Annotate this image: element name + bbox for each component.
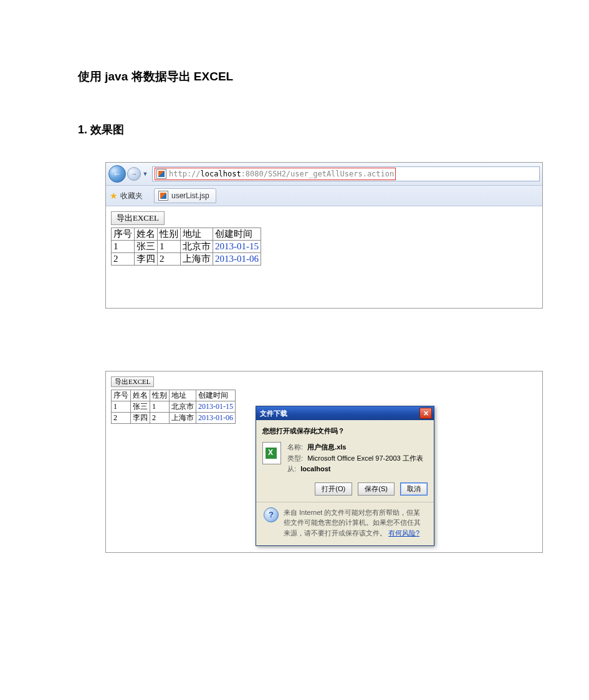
meta-type-value: Microsoft Office Excel 97-2003 工作表 [307, 454, 423, 462]
cell: 张三 [131, 401, 150, 413]
cancel-button[interactable]: 取消 [400, 482, 428, 496]
cell: 2 [150, 413, 170, 424]
cell-date: 2013-01-06 [213, 253, 261, 266]
cell: 李四 [135, 253, 158, 266]
dialog-file-info: 名称: 用户信息.xls 类型: Microsoft Office Excel … [262, 442, 428, 475]
meta-name-label: 名称: [287, 443, 303, 451]
favorites-label[interactable]: 收藏夹 [120, 191, 143, 201]
cell: 2 [112, 413, 131, 424]
cell: 张三 [135, 241, 158, 253]
th-name: 姓名 [135, 228, 158, 241]
file-download-dialog: 文件下载 ✕ 您想打开或保存此文件吗？ 名称: 用户信息.xls 类型: [256, 406, 434, 546]
favorites-bar: ★ 收藏夹 userList.jsp [106, 186, 542, 206]
th-name: 姓名 [131, 390, 150, 401]
cell-date: 2013-01-15 [213, 241, 261, 253]
cell: 1 [150, 401, 170, 413]
dialog-separator [256, 502, 434, 502]
th-date: 创建时间 [213, 228, 261, 241]
nav-toolbar: ← → ▼ http://localhost:8080/SSH2/user_ge… [106, 163, 542, 186]
table-row: 2 李四 2 上海市 2013-01-06 [112, 253, 261, 266]
export-excel-button[interactable]: 导出EXCEL [111, 376, 154, 387]
page-icon [156, 169, 166, 179]
cell: 上海市 [181, 253, 213, 266]
nav-dropdown-icon[interactable]: ▼ [142, 166, 148, 182]
save-button[interactable]: 保存(S) [358, 482, 395, 496]
meta-from-value: localhost [300, 465, 330, 472]
tab-label: userList.jsp [171, 191, 209, 200]
url-text: http://localhost:8080/SSH2/user_getAllUs… [169, 170, 394, 178]
address-highlight: http://localhost:8080/SSH2/user_getAllUs… [155, 168, 396, 180]
tab-page-icon [158, 191, 168, 201]
section-heading: 1. 效果图 [78, 122, 517, 137]
table-row: 1 张三 1 北京市 2013-01-15 [112, 241, 261, 253]
open-button[interactable]: 打开(O) [315, 482, 352, 496]
cell: 1 [158, 241, 181, 253]
user-table: 序号 姓名 性别 地址 创建时间 1 张三 1 北京市 2013-01-15 2… [111, 390, 236, 424]
excel-file-icon [262, 442, 281, 464]
cell-date: 2013-01-06 [196, 413, 236, 424]
dialog-body: 您想打开或保存此文件吗？ 名称: 用户信息.xls 类型: Microsoft … [256, 420, 434, 545]
meta-name-value: 用户信息.xls [307, 443, 346, 451]
th-addr: 地址 [181, 228, 213, 241]
dialog-warning: ? 来自 Internet 的文件可能对您有所帮助，但某些文件可能危害您的计算机… [262, 507, 428, 542]
page-title: 使用 java 将数据导出 EXCEL [78, 69, 517, 85]
cell: 北京市 [181, 241, 213, 253]
close-button[interactable]: ✕ [419, 408, 432, 419]
cell: 1 [112, 401, 131, 413]
cell: 2 [158, 253, 181, 266]
back-button[interactable]: ← [108, 165, 126, 183]
meta-type-label: 类型: [287, 454, 303, 462]
cell-date: 2013-01-15 [196, 401, 236, 413]
table-header-row: 序号 姓名 性别 地址 创建时间 [112, 390, 236, 401]
th-no: 序号 [112, 228, 135, 241]
export-excel-button[interactable]: 导出EXCEL [111, 211, 165, 225]
dialog-titlebar: 文件下载 ✕ [256, 406, 434, 420]
table-row: 2 李四 2 上海市 2013-01-06 [112, 413, 236, 424]
dialog-title-text: 文件下载 [260, 409, 287, 418]
address-bar[interactable]: http://localhost:8080/SSH2/user_getAllUs… [152, 166, 540, 181]
arrow-right-icon: → [131, 170, 138, 178]
table-row: 1 张三 1 北京市 2013-01-15 [112, 401, 236, 413]
dialog-buttons: 打开(O) 保存(S) 取消 [262, 482, 428, 496]
page-content: 导出EXCEL 序号 姓名 性别 地址 创建时间 1 张三 1 北京市 2013… [106, 206, 542, 308]
browser-window-2: 导出EXCEL 序号 姓名 性别 地址 创建时间 1 张三 1 北京市 2013… [105, 371, 543, 553]
th-addr: 地址 [170, 390, 196, 401]
cell: 北京市 [170, 401, 196, 413]
cell: 上海市 [170, 413, 196, 424]
user-table: 序号 姓名 性别 地址 创建时间 1 张三 1 北京市 2013-01-15 2… [111, 228, 261, 266]
dialog-question: 您想打开或保存此文件吗？ [262, 426, 428, 436]
risk-link[interactable]: 有何风险? [388, 529, 419, 537]
th-no: 序号 [112, 390, 131, 401]
forward-button[interactable]: → [127, 167, 141, 181]
browser-window: ← → ▼ http://localhost:8080/SSH2/user_ge… [105, 162, 543, 309]
dialog-warning-text: 来自 Internet 的文件可能对您有所帮助，但某些文件可能危害您的计算机。如… [284, 507, 426, 539]
th-sex: 性别 [158, 228, 181, 241]
th-sex: 性别 [150, 390, 170, 401]
info-icon: ? [264, 507, 279, 522]
browser-tab[interactable]: userList.jsp [154, 188, 216, 203]
dialog-meta: 名称: 用户信息.xls 类型: Microsoft Office Excel … [287, 442, 423, 475]
arrow-left-icon: ← [113, 169, 122, 179]
star-icon[interactable]: ★ [110, 191, 118, 201]
close-icon: ✕ [423, 410, 429, 418]
cell: 李四 [131, 413, 150, 424]
meta-from-label: 从: [287, 465, 296, 472]
cell: 1 [112, 241, 135, 253]
cell: 2 [112, 253, 135, 266]
table-header-row: 序号 姓名 性别 地址 创建时间 [112, 228, 261, 241]
th-date: 创建时间 [196, 390, 236, 401]
